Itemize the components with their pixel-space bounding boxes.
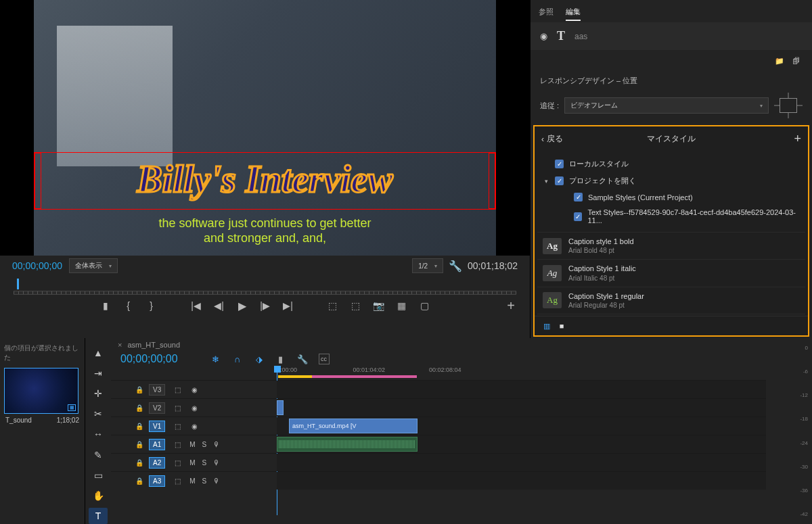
track-select-tool-icon[interactable]: ⇥ — [89, 365, 108, 381]
export-frame-icon[interactable]: 📷 — [374, 300, 384, 311]
track-target-toggle[interactable]: V2 — [149, 402, 165, 414]
project-item[interactable]: T_sound 1;18;02 — [4, 414, 81, 427]
mute-toggle[interactable]: M — [189, 477, 195, 485]
checkbox-icon[interactable]: ✓ — [555, 176, 564, 185]
solo-toggle[interactable]: S — [202, 459, 207, 467]
tab-edit[interactable]: 編集 — [566, 7, 581, 21]
clip-area[interactable] — [277, 454, 766, 471]
lift-icon[interactable]: ⬚ — [328, 300, 338, 311]
lock-icon[interactable]: 🔒 — [135, 423, 142, 430]
caret-down-icon[interactable]: ▾ — [543, 178, 549, 185]
compare-icon[interactable]: ▦ — [397, 300, 407, 311]
audio-clip[interactable] — [277, 437, 418, 452]
tree-open-project[interactable]: ▾✓プロジェクトを開く — [540, 172, 803, 189]
eye-icon[interactable]: ◉ — [189, 404, 199, 412]
voiceover-icon[interactable]: 🎙 — [213, 477, 220, 485]
track-target-toggle[interactable]: A1 — [149, 439, 165, 450]
monitor-left-timecode[interactable]: 00;00;00;00 — [12, 260, 62, 271]
grid-view-icon[interactable]: ■ — [556, 320, 567, 331]
mark-out-icon[interactable]: } — [146, 300, 157, 311]
add-button-icon[interactable]: + — [505, 300, 516, 311]
mark-in-icon[interactable]: { — [123, 300, 134, 311]
timeline-ruler[interactable]: 0:00:00 00:01:04:02 00:02:08:04 — [111, 366, 766, 380]
type-tool-icon[interactable]: T — [89, 508, 108, 524]
lock-icon[interactable]: 🔒 — [135, 386, 142, 394]
track-target-toggle[interactable]: A3 — [149, 475, 165, 487]
clip-area[interactable] — [277, 381, 766, 398]
rectangle-tool-icon[interactable]: ▭ — [89, 467, 108, 483]
layer-name[interactable]: aas — [574, 32, 587, 41]
eye-icon[interactable]: ◉ — [189, 423, 199, 430]
track-target-toggle[interactable]: V3 — [149, 384, 165, 396]
razor-tool-icon[interactable]: ✂ — [89, 406, 108, 422]
toggle-output-icon[interactable]: ⬚ — [172, 475, 183, 486]
play-icon[interactable]: ▶ — [237, 300, 248, 311]
lock-icon[interactable]: 🔒 — [135, 477, 142, 485]
close-tab-icon[interactable]: × — [118, 341, 122, 349]
new-folder-icon[interactable]: 📁 — [774, 55, 785, 66]
style-list[interactable]: AgCaption style 1 boldArial Bold 48 ptAg… — [535, 232, 808, 316]
toggle-output-icon[interactable]: ⬚ — [172, 439, 183, 450]
follow-dropdown[interactable]: ビデオフレーム▾ — [564, 97, 769, 114]
video-track[interactable]: 🔒V2⬚◉ — [111, 398, 766, 416]
tree-text-styles-file[interactable]: ✓Text Styles--f5784529-90c7-8a41-cecf-dd… — [540, 205, 803, 228]
snap-icon[interactable]: ❄ — [210, 354, 221, 364]
clip-area[interactable]: asm_HT_sound.mp4 [V — [277, 417, 766, 435]
mute-toggle[interactable]: M — [189, 459, 195, 467]
step-forward-icon[interactable]: |▶ — [260, 300, 271, 311]
timeline-playhead-timecode[interactable]: 00;00;00;00 — [120, 353, 178, 365]
step-back-icon[interactable]: ◀| — [214, 300, 225, 311]
selection-tool-icon[interactable]: ▲ — [89, 345, 108, 361]
hand-tool-icon[interactable]: ✋ — [89, 487, 108, 504]
toggle-output-icon[interactable]: ⬚ — [172, 384, 183, 395]
solo-toggle[interactable]: S — [202, 441, 207, 448]
lock-icon[interactable]: 🔒 — [135, 404, 142, 412]
style-item[interactable]: AgCaption style 1 boldArial Bold 48 pt — [537, 232, 805, 259]
checkbox-icon[interactable]: ✓ — [574, 212, 582, 221]
visibility-toggle-icon[interactable]: ◉ — [540, 31, 547, 41]
solo-toggle[interactable]: S — [202, 477, 207, 485]
lock-icon[interactable]: 🔒 — [135, 459, 142, 467]
tree-local-styles[interactable]: ✓ローカルスタイル — [540, 156, 803, 172]
go-to-in-icon[interactable]: |◀ — [191, 300, 202, 311]
marker-icon[interactable]: ▮ — [275, 354, 286, 364]
video-clip[interactable] — [277, 400, 284, 415]
marker-icon[interactable]: ▮ — [100, 300, 111, 311]
magnet-icon[interactable]: ∩ — [232, 354, 243, 364]
monitor-ruler[interactable] — [0, 276, 530, 293]
audio-track[interactable]: 🔒A2⬚MS🎙 — [111, 453, 766, 471]
sequence-tab[interactable]: asm_HT_sound — [127, 341, 180, 349]
safe-margins-icon[interactable]: ▢ — [420, 300, 430, 311]
voiceover-icon[interactable]: 🎙 — [213, 441, 220, 448]
settings-icon[interactable]: 🔧 — [297, 354, 308, 364]
linked-selection-icon[interactable]: ⬗ — [254, 354, 265, 364]
title-graphic[interactable]: Billy's Interview — [34, 152, 496, 210]
toggle-output-icon[interactable]: ⬚ — [172, 402, 183, 413]
video-track[interactable]: 🔒V1⬚◉asm_HT_sound.mp4 [V — [111, 416, 766, 435]
resolution-dropdown[interactable]: 1/2▾ — [412, 258, 443, 273]
pin-widget[interactable] — [774, 93, 803, 118]
style-item[interactable]: AgCaption Style 1 regularArial Regular 4… — [537, 287, 805, 314]
track-target-toggle[interactable]: V1 — [149, 421, 165, 432]
eye-icon[interactable]: ◉ — [189, 386, 199, 394]
audio-track[interactable]: 🔒A3⬚MS🎙 — [111, 471, 766, 490]
mute-toggle[interactable]: M — [189, 441, 195, 448]
monitor-right-timecode[interactable]: 00;01;18;02 — [468, 260, 518, 271]
checkbox-icon[interactable]: ✓ — [574, 193, 583, 201]
checkbox-icon[interactable]: ✓ — [555, 160, 564, 168]
video-clip[interactable]: asm_HT_sound.mp4 [V — [289, 419, 418, 433]
go-to-out-icon[interactable]: ▶| — [283, 300, 294, 311]
toggle-output-icon[interactable]: ⬚ — [172, 421, 183, 431]
playhead-marker-icon[interactable] — [17, 279, 19, 289]
audio-track[interactable]: 🔒A1⬚MS🎙 — [111, 435, 766, 453]
caption-range-bar[interactable] — [312, 375, 417, 378]
toggle-output-icon[interactable]: ⬚ — [172, 457, 183, 468]
tab-browse[interactable]: 参照 — [539, 7, 554, 21]
video-track[interactable]: 🔒V3⬚◉ — [111, 380, 766, 398]
list-view-icon[interactable]: ▥ — [541, 320, 552, 331]
style-item[interactable]: AgCaption Style 1 italicArial Italic 48 … — [537, 259, 805, 286]
slip-tool-icon[interactable]: ↔ — [89, 426, 108, 442]
ripple-edit-tool-icon[interactable]: ✛ — [89, 385, 108, 402]
new-layer-icon[interactable]: 🗐 — [790, 55, 801, 66]
voiceover-icon[interactable]: 🎙 — [213, 459, 220, 467]
